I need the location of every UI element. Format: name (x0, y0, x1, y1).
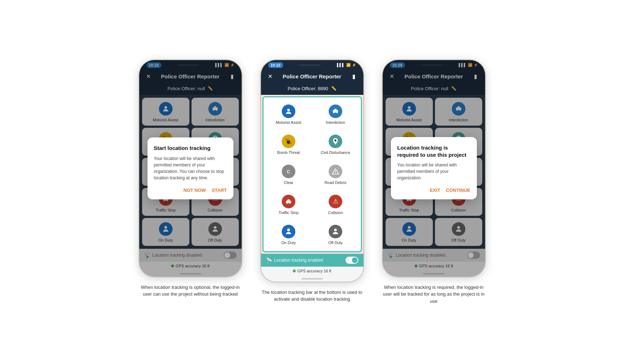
phone-container-phone2: 10:22 ▌▌▌ 📶 ⚡ ✕ Police Officer Reporter … (258, 59, 366, 303)
cell-icon-traffic-stop (282, 195, 295, 208)
battery-icon: ⚡ (352, 63, 356, 67)
phone-phone3: 10:29 ▌▌▌ 📶 ⚡ ✕ Police Officer Reporter … (382, 59, 486, 277)
dialog-box: Start location tracking Your location wi… (147, 137, 233, 199)
phone-container-phone3: 10:29 ▌▌▌ 📶 ⚡ ✕ Police Officer Reporter … (380, 59, 488, 305)
phones-row: 10:22 ▌▌▌ 📶 ⚡ ✕ Police Officer Reporter … (137, 59, 488, 305)
phone-container-phone1: 10:22 ▌▌▌ 📶 ⚡ ✕ Police Officer Reporter … (137, 59, 244, 298)
cell-icon-bomb-threat (282, 135, 295, 148)
cell-label: Collision (328, 210, 343, 215)
grid-cell-1-0[interactable]: Bomb Threat (266, 130, 311, 158)
phone-caption: The location tracking bar at the bottom … (258, 289, 366, 303)
toggle-knob (352, 257, 358, 263)
dialog-buttons: EXIT CONTINUE (397, 186, 470, 194)
grid-cell-2-1[interactable]: Road Debris (313, 160, 358, 188)
svg-point-25 (337, 112, 338, 113)
dialog-title: Start location tracking (154, 145, 227, 152)
dialog-cancel-button[interactable]: NOT NOW (183, 186, 206, 194)
grid-cell-1-1[interactable]: Civil Disturbance (313, 130, 358, 158)
cell-label: Interdiction (326, 120, 345, 125)
status-bar: 10:22 ▌▌▌ 📶 ⚡ (261, 60, 363, 69)
svg-rect-26 (334, 108, 337, 110)
notch-area (283, 64, 337, 67)
bookmark-icon[interactable]: ▮ (350, 72, 358, 81)
grid-row-2: C Clear Road Debris (266, 160, 358, 188)
dialog-overlay: Start location tracking Your location wi… (139, 60, 242, 277)
phone-caption: When location tracking is required, the … (380, 284, 488, 305)
grid-row-1: Bomb Threat Civil Disturbance (266, 130, 358, 158)
svg-point-38 (289, 203, 291, 204)
grid-row-0: Motorist Assist Interdiction (266, 100, 358, 128)
cell-icon-clear: C (282, 165, 295, 178)
signal-icon: ▌▌▌ (337, 63, 344, 67)
dialog-confirm-button[interactable]: CONTINUE (446, 186, 470, 194)
cell-label: On Duty (281, 241, 296, 245)
dialog-body: Your location will be shared with permit… (154, 155, 227, 181)
cell-label: Traffic Stop (279, 210, 299, 215)
dialog-overlay: Location tracking is required to use thi… (383, 60, 485, 277)
gps-dot (293, 270, 296, 272)
grid-cell-2-0[interactable]: C Clear (266, 160, 311, 188)
close-icon[interactable]: ✕ (266, 72, 275, 81)
cell-icon-motorist-assist (282, 105, 295, 118)
phone-phone1: 10:22 ▌▌▌ 📶 ⚡ ✕ Police Officer Reporter … (139, 59, 242, 277)
location-bar[interactable]: 📡 Location tracking enabled (261, 254, 363, 267)
location-toggle[interactable] (345, 257, 358, 264)
cell-icon-civil-disturbance (329, 135, 342, 148)
grid-row-3: Traffic Stop ⚠ Collision (266, 190, 358, 218)
svg-text:C: C (287, 169, 290, 174)
cell-label: Clear (284, 180, 293, 185)
svg-text:⚠: ⚠ (333, 198, 338, 204)
app-header: ✕ Police Officer Reporter ▮ (261, 69, 363, 84)
svg-point-43 (334, 229, 337, 231)
dialog-title: Location tracking is required to use thi… (397, 144, 470, 158)
cell-label: Bomb Threat (277, 150, 300, 155)
dialog-cancel-button[interactable]: EXIT (430, 186, 440, 194)
dialog-buttons: NOT NOW START (154, 186, 227, 194)
grid-cell-3-0[interactable]: Traffic Stop (266, 190, 311, 218)
dialog-confirm-button[interactable]: START (212, 186, 227, 194)
grid-cell-0-1[interactable]: Interdiction (313, 100, 358, 128)
cell-label: Off Duty (328, 241, 343, 245)
home-bar (301, 278, 323, 280)
edit-icon[interactable]: ✏️ (331, 86, 337, 91)
grid-cell-3-1[interactable]: ⚠ Collision (313, 190, 358, 218)
grid-area: Motorist Assist Interdiction Bomb Threat… (262, 96, 362, 252)
wifi-icon: 📶 (346, 63, 350, 67)
cell-label: Motorist Assist (276, 120, 301, 125)
location-icon: 📡 (266, 257, 272, 263)
location-label: Location tracking enabled (274, 258, 323, 263)
cell-label: Civil Disturbance (321, 150, 350, 155)
grid-cell-0-0[interactable]: Motorist Assist (266, 100, 311, 128)
phone-caption: When location tracking is optional, the … (137, 284, 244, 298)
cell-icon-off-duty (329, 225, 342, 238)
svg-rect-42 (287, 228, 290, 229)
gps-bar: GPS accuracy 16 ft (261, 267, 363, 275)
dialog-box: Location tracking is required to use thi… (391, 137, 477, 199)
gps-text: GPS accuracy 16 ft (298, 269, 332, 273)
status-icons: ▌▌▌ 📶 ⚡ (337, 63, 356, 67)
status-time: 10:22 (268, 62, 283, 68)
location-text: 📡 Location tracking enabled (266, 257, 323, 263)
svg-point-24 (333, 112, 335, 113)
cell-icon-collision: ⚠ (329, 195, 342, 208)
svg-point-22 (287, 108, 290, 111)
grid-cell-4-1[interactable]: Off Duty (313, 220, 358, 248)
grid-cell-4-0[interactable]: On Duty (266, 220, 311, 248)
cell-icon-on-duty (282, 225, 295, 238)
svg-point-37 (286, 203, 288, 204)
home-indicator (261, 275, 363, 282)
officer-bar: Police Officer: 8890 ✏️ (261, 84, 363, 95)
svg-point-35 (335, 173, 336, 173)
phone-phone2: 10:22 ▌▌▌ 📶 ⚡ ✕ Police Officer Reporter … (260, 59, 364, 282)
grid-row-4: On Duty Off Duty (266, 220, 358, 248)
cell-icon-interdiction (329, 105, 342, 118)
officer-label: Police Officer: 8890 (287, 86, 328, 91)
dialog-body: You location will be shared with permitt… (397, 162, 470, 181)
cell-icon-road-debris (329, 165, 342, 178)
app-title: Police Officer Reporter (275, 73, 350, 79)
cell-label: Road Debris (324, 180, 346, 185)
svg-point-31 (334, 139, 337, 141)
